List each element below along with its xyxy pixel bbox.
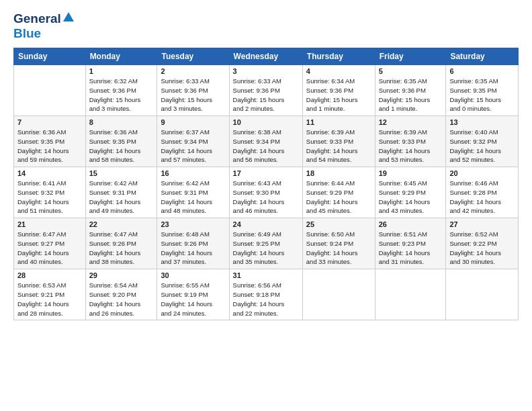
logo-general: General <box>13 11 61 26</box>
week-row-5: 28Sunrise: 6:53 AM Sunset: 9:21 PM Dayli… <box>14 269 519 320</box>
day-cell: 22Sunrise: 6:47 AM Sunset: 9:26 PM Dayli… <box>85 218 157 269</box>
logo: General Blue <box>13 11 75 41</box>
day-number: 29 <box>89 271 154 279</box>
col-header-sunday: Sunday <box>14 48 86 65</box>
day-cell: 9Sunrise: 6:37 AM Sunset: 9:34 PM Daylig… <box>157 116 229 167</box>
day-cell <box>302 269 375 320</box>
day-number: 3 <box>233 67 299 75</box>
day-info: Sunrise: 6:35 AM Sunset: 9:35 PM Dayligh… <box>449 77 515 113</box>
day-info: Sunrise: 6:53 AM Sunset: 9:21 PM Dayligh… <box>17 281 82 318</box>
day-info: Sunrise: 6:54 AM Sunset: 9:20 PM Dayligh… <box>89 281 154 318</box>
page: General Blue SundayMondayTuesdayWednesda… <box>0 0 532 411</box>
day-number: 1 <box>89 67 154 75</box>
day-cell: 30Sunrise: 6:55 AM Sunset: 9:19 PM Dayli… <box>157 269 229 320</box>
day-cell: 12Sunrise: 6:39 AM Sunset: 9:33 PM Dayli… <box>375 116 446 167</box>
col-header-friday: Friday <box>375 48 446 65</box>
day-cell: 13Sunrise: 6:40 AM Sunset: 9:32 PM Dayli… <box>446 116 519 167</box>
col-header-wednesday: Wednesday <box>229 48 302 65</box>
day-number: 7 <box>17 118 82 126</box>
day-number: 19 <box>379 169 443 177</box>
day-info: Sunrise: 6:41 AM Sunset: 9:32 PM Dayligh… <box>17 179 82 216</box>
week-row-2: 7Sunrise: 6:36 AM Sunset: 9:35 PM Daylig… <box>14 116 519 167</box>
logo-icon <box>62 11 75 23</box>
day-number: 21 <box>17 220 82 228</box>
day-cell: 25Sunrise: 6:50 AM Sunset: 9:24 PM Dayli… <box>302 218 375 269</box>
day-number: 18 <box>306 169 371 177</box>
day-info: Sunrise: 6:46 AM Sunset: 9:28 PM Dayligh… <box>449 179 515 216</box>
day-cell: 2Sunrise: 6:33 AM Sunset: 9:36 PM Daylig… <box>157 65 229 116</box>
day-cell: 21Sunrise: 6:47 AM Sunset: 9:27 PM Dayli… <box>14 218 86 269</box>
day-number: 20 <box>449 169 515 177</box>
day-info: Sunrise: 6:33 AM Sunset: 9:36 PM Dayligh… <box>161 77 225 113</box>
day-info: Sunrise: 6:39 AM Sunset: 9:33 PM Dayligh… <box>379 128 443 165</box>
day-number: 24 <box>233 220 299 228</box>
day-info: Sunrise: 6:32 AM Sunset: 9:36 PM Dayligh… <box>89 77 154 113</box>
day-number: 8 <box>89 118 154 126</box>
day-number: 25 <box>306 220 371 228</box>
day-number: 22 <box>89 220 154 228</box>
col-header-saturday: Saturday <box>446 48 519 65</box>
day-cell: 5Sunrise: 6:35 AM Sunset: 9:36 PM Daylig… <box>375 65 446 116</box>
day-number: 10 <box>233 118 299 126</box>
day-info: Sunrise: 6:36 AM Sunset: 9:35 PM Dayligh… <box>89 128 154 165</box>
day-number: 2 <box>161 67 225 75</box>
week-row-1: 1Sunrise: 6:32 AM Sunset: 9:36 PM Daylig… <box>14 65 519 116</box>
day-number: 31 <box>233 271 299 279</box>
day-number: 15 <box>89 169 154 177</box>
day-cell: 27Sunrise: 6:52 AM Sunset: 9:22 PM Dayli… <box>446 218 519 269</box>
svg-marker-0 <box>63 12 74 21</box>
day-cell <box>446 269 519 320</box>
day-info: Sunrise: 6:42 AM Sunset: 9:31 PM Dayligh… <box>89 179 154 216</box>
day-info: Sunrise: 6:33 AM Sunset: 9:36 PM Dayligh… <box>233 77 299 113</box>
day-cell: 6Sunrise: 6:35 AM Sunset: 9:35 PM Daylig… <box>446 65 519 116</box>
calendar-table: SundayMondayTuesdayWednesdayThursdayFrid… <box>13 48 519 320</box>
day-number: 23 <box>161 220 225 228</box>
day-number: 12 <box>379 118 443 126</box>
day-number: 11 <box>306 118 371 126</box>
day-cell: 28Sunrise: 6:53 AM Sunset: 9:21 PM Dayli… <box>14 269 86 320</box>
day-cell: 24Sunrise: 6:49 AM Sunset: 9:25 PM Dayli… <box>229 218 302 269</box>
day-info: Sunrise: 6:55 AM Sunset: 9:19 PM Dayligh… <box>161 281 225 318</box>
day-number: 6 <box>449 67 515 75</box>
day-info: Sunrise: 6:56 AM Sunset: 9:18 PM Dayligh… <box>233 281 299 318</box>
header: General Blue <box>13 11 519 41</box>
calendar-header-row: SundayMondayTuesdayWednesdayThursdayFrid… <box>14 48 519 65</box>
day-info: Sunrise: 6:34 AM Sunset: 9:36 PM Dayligh… <box>306 77 371 113</box>
day-cell: 11Sunrise: 6:39 AM Sunset: 9:33 PM Dayli… <box>302 116 375 167</box>
day-cell: 23Sunrise: 6:48 AM Sunset: 9:26 PM Dayli… <box>157 218 229 269</box>
day-number: 16 <box>161 169 225 177</box>
day-cell: 16Sunrise: 6:42 AM Sunset: 9:31 PM Dayli… <box>157 167 229 218</box>
day-cell: 29Sunrise: 6:54 AM Sunset: 9:20 PM Dayli… <box>85 269 157 320</box>
day-number: 9 <box>161 118 225 126</box>
day-cell: 4Sunrise: 6:34 AM Sunset: 9:36 PM Daylig… <box>302 65 375 116</box>
day-number: 30 <box>161 271 225 279</box>
week-row-3: 14Sunrise: 6:41 AM Sunset: 9:32 PM Dayli… <box>14 167 519 218</box>
day-cell: 10Sunrise: 6:38 AM Sunset: 9:34 PM Dayli… <box>229 116 302 167</box>
day-cell: 14Sunrise: 6:41 AM Sunset: 9:32 PM Dayli… <box>14 167 86 218</box>
day-cell: 1Sunrise: 6:32 AM Sunset: 9:36 PM Daylig… <box>85 65 157 116</box>
day-cell <box>14 65 86 116</box>
day-info: Sunrise: 6:45 AM Sunset: 9:29 PM Dayligh… <box>379 179 443 216</box>
day-info: Sunrise: 6:39 AM Sunset: 9:33 PM Dayligh… <box>306 128 371 165</box>
day-info: Sunrise: 6:51 AM Sunset: 9:23 PM Dayligh… <box>379 230 443 267</box>
day-cell: 3Sunrise: 6:33 AM Sunset: 9:36 PM Daylig… <box>229 65 302 116</box>
day-info: Sunrise: 6:40 AM Sunset: 9:32 PM Dayligh… <box>449 128 515 165</box>
day-cell: 20Sunrise: 6:46 AM Sunset: 9:28 PM Dayli… <box>446 167 519 218</box>
day-cell <box>375 269 446 320</box>
week-row-4: 21Sunrise: 6:47 AM Sunset: 9:27 PM Dayli… <box>14 218 519 269</box>
day-info: Sunrise: 6:52 AM Sunset: 9:22 PM Dayligh… <box>449 230 515 267</box>
day-number: 17 <box>233 169 299 177</box>
day-number: 4 <box>306 67 371 75</box>
day-cell: 19Sunrise: 6:45 AM Sunset: 9:29 PM Dayli… <box>375 167 446 218</box>
day-number: 13 <box>449 118 515 126</box>
day-info: Sunrise: 6:49 AM Sunset: 9:25 PM Dayligh… <box>233 230 299 267</box>
col-header-thursday: Thursday <box>302 48 375 65</box>
col-header-monday: Monday <box>85 48 157 65</box>
day-number: 27 <box>449 220 515 228</box>
day-cell: 15Sunrise: 6:42 AM Sunset: 9:31 PM Dayli… <box>85 167 157 218</box>
day-info: Sunrise: 6:43 AM Sunset: 9:30 PM Dayligh… <box>233 179 299 216</box>
day-number: 28 <box>17 271 82 279</box>
day-info: Sunrise: 6:37 AM Sunset: 9:34 PM Dayligh… <box>161 128 225 165</box>
day-cell: 8Sunrise: 6:36 AM Sunset: 9:35 PM Daylig… <box>85 116 157 167</box>
logo-blue: Blue <box>13 26 41 40</box>
